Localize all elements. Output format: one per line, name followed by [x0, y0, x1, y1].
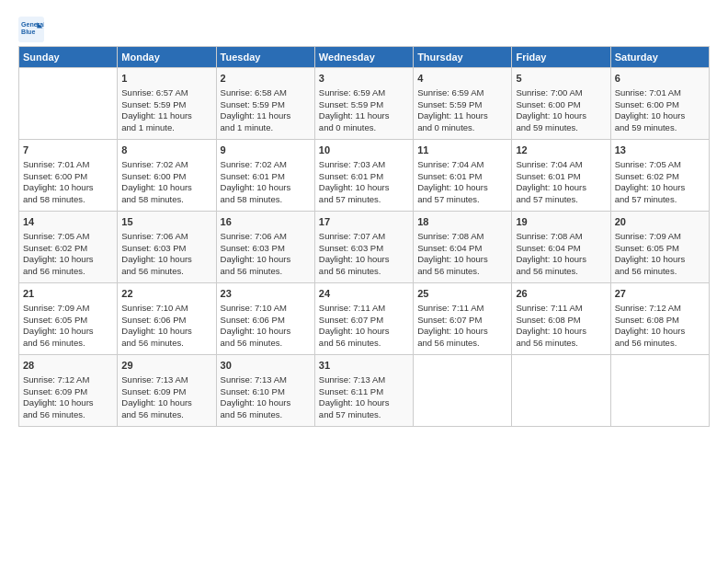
day-number: 19 [516, 215, 606, 229]
day-info-line: Daylight: 10 hours [121, 326, 211, 338]
day-number: 11 [417, 144, 507, 157]
day-info-line: Sunrise: 6:59 AM [319, 87, 409, 99]
day-info-line: and 56 minutes. [417, 338, 507, 350]
day-info-line: Sunset: 6:03 PM [221, 243, 311, 255]
day-number: 13 [615, 144, 705, 157]
day-info-line: and 57 minutes. [417, 194, 507, 206]
day-info-line: Sunset: 6:00 PM [516, 99, 606, 111]
day-info-line: Daylight: 10 hours [319, 182, 409, 194]
day-info-line: Sunrise: 7:12 AM [23, 374, 113, 386]
day-info-line: Sunrise: 7:11 AM [516, 303, 606, 315]
week-row-5: 28Sunrise: 7:12 AMSunset: 6:09 PMDayligh… [19, 355, 710, 427]
day-cell: 31Sunrise: 7:13 AMSunset: 6:11 PMDayligh… [314, 355, 413, 427]
day-number: 28 [23, 359, 113, 373]
day-info-line: Sunrise: 7:04 AM [417, 159, 507, 171]
day-info-line: Daylight: 10 hours [615, 326, 705, 338]
day-number: 1 [121, 72, 211, 86]
day-number: 18 [417, 215, 507, 229]
day-info-line: Daylight: 10 hours [23, 397, 113, 409]
day-cell: 28Sunrise: 7:12 AMSunset: 6:09 PMDayligh… [19, 355, 118, 427]
day-info-line: Sunset: 6:10 PM [221, 386, 311, 398]
day-info-line: Sunrise: 7:08 AM [417, 231, 507, 243]
day-info-line: and 56 minutes. [417, 266, 507, 278]
calendar-container: General Blue SundayMondayTuesdayWednesda… [0, 0, 728, 436]
day-info-line: Daylight: 10 hours [23, 182, 113, 194]
day-number: 4 [417, 72, 507, 86]
day-number: 21 [23, 287, 113, 301]
day-info-line: Daylight: 10 hours [221, 326, 311, 338]
day-number: 10 [319, 144, 409, 157]
day-info-line: Sunset: 6:02 PM [615, 171, 705, 183]
day-cell: 21Sunrise: 7:09 AMSunset: 6:05 PMDayligh… [19, 283, 118, 355]
day-info-line: Sunset: 6:09 PM [121, 386, 211, 398]
day-info-line: Daylight: 10 hours [221, 397, 311, 409]
day-cell: 20Sunrise: 7:09 AMSunset: 6:05 PMDayligh… [610, 212, 709, 283]
col-header-saturday: Saturday [610, 47, 709, 68]
day-cell: 7Sunrise: 7:01 AMSunset: 6:00 PMDaylight… [19, 140, 118, 212]
day-number: 12 [516, 144, 606, 157]
day-info-line: and 56 minutes. [121, 266, 211, 278]
day-cell: 10Sunrise: 7:03 AMSunset: 6:01 PMDayligh… [314, 140, 413, 212]
day-info-line: and 56 minutes. [23, 338, 113, 350]
day-cell: 17Sunrise: 7:07 AMSunset: 6:03 PMDayligh… [314, 212, 413, 283]
week-row-1: 1Sunrise: 6:57 AMSunset: 5:59 PMDaylight… [19, 68, 710, 140]
day-info-line: and 56 minutes. [319, 338, 409, 350]
day-info-line: Daylight: 10 hours [319, 326, 409, 338]
day-info-line: and 56 minutes. [615, 266, 705, 278]
day-info-line: Sunset: 6:07 PM [319, 315, 409, 327]
day-info-line: and 56 minutes. [319, 266, 409, 278]
header-row-days: SundayMondayTuesdayWednesdayThursdayFrid… [19, 47, 710, 68]
day-info-line: Sunrise: 6:58 AM [221, 87, 311, 99]
day-cell: 27Sunrise: 7:12 AMSunset: 6:08 PMDayligh… [610, 283, 709, 355]
day-info-line: Sunrise: 7:01 AM [23, 159, 113, 171]
day-cell: 16Sunrise: 7:06 AMSunset: 6:03 PMDayligh… [216, 212, 314, 283]
logo-icon: General Blue [18, 17, 44, 42]
day-info-line: Sunset: 6:01 PM [516, 171, 606, 183]
day-info-line: Sunrise: 7:05 AM [23, 231, 113, 243]
day-info-line: and 58 minutes. [23, 194, 113, 206]
day-info-line: and 56 minutes. [221, 338, 311, 350]
day-info-line: and 0 minutes. [417, 122, 507, 134]
day-info-line: and 1 minute. [121, 122, 211, 134]
day-info-line: Daylight: 10 hours [417, 182, 507, 194]
day-info-line: Sunrise: 7:09 AM [615, 231, 705, 243]
day-info-line: and 59 minutes. [615, 122, 705, 134]
day-info-line: Sunrise: 7:10 AM [121, 303, 211, 315]
day-info-line: Sunrise: 7:11 AM [417, 303, 507, 315]
day-info-line: Daylight: 10 hours [121, 182, 211, 194]
day-info-line: Sunset: 6:01 PM [417, 171, 507, 183]
day-info-line: Sunrise: 7:13 AM [221, 374, 311, 386]
day-info-line: Daylight: 10 hours [417, 326, 507, 338]
day-number: 14 [23, 215, 113, 229]
day-info-line: Daylight: 10 hours [417, 254, 507, 266]
day-cell: 18Sunrise: 7:08 AMSunset: 6:04 PMDayligh… [414, 212, 512, 283]
day-info-line: and 0 minutes. [319, 122, 409, 134]
day-number: 17 [319, 215, 409, 229]
day-info-line: Sunset: 6:07 PM [417, 315, 507, 327]
header-row: General Blue [18, 17, 710, 42]
day-info-line: Sunrise: 7:02 AM [221, 159, 311, 171]
day-info-line: Sunset: 6:03 PM [319, 243, 409, 255]
day-info-line: Sunset: 6:01 PM [319, 171, 409, 183]
day-info-line: Sunrise: 7:13 AM [319, 374, 409, 386]
day-info-line: Daylight: 10 hours [516, 110, 606, 122]
col-header-thursday: Thursday [414, 47, 512, 68]
day-cell: 8Sunrise: 7:02 AMSunset: 6:00 PMDaylight… [118, 140, 216, 212]
day-cell: 24Sunrise: 7:11 AMSunset: 6:07 PMDayligh… [314, 283, 413, 355]
day-info-line: Sunset: 6:05 PM [615, 243, 705, 255]
day-info-line: Daylight: 10 hours [319, 397, 409, 409]
day-info-line: Sunset: 5:59 PM [221, 99, 311, 111]
day-cell: 23Sunrise: 7:10 AMSunset: 6:06 PMDayligh… [216, 283, 314, 355]
day-info-line: Daylight: 11 hours [221, 110, 311, 122]
day-info-line: Daylight: 10 hours [23, 326, 113, 338]
day-number: 7 [23, 144, 113, 157]
day-info-line: Daylight: 10 hours [23, 254, 113, 266]
col-header-wednesday: Wednesday [314, 47, 413, 68]
day-info-line: Sunrise: 7:04 AM [516, 159, 606, 171]
day-info-line: Daylight: 10 hours [121, 397, 211, 409]
day-info-line: Sunrise: 7:11 AM [319, 303, 409, 315]
day-info-line: Sunset: 6:00 PM [121, 171, 211, 183]
day-info-line: and 56 minutes. [121, 338, 211, 350]
day-number: 3 [319, 72, 409, 86]
day-cell [19, 68, 118, 140]
